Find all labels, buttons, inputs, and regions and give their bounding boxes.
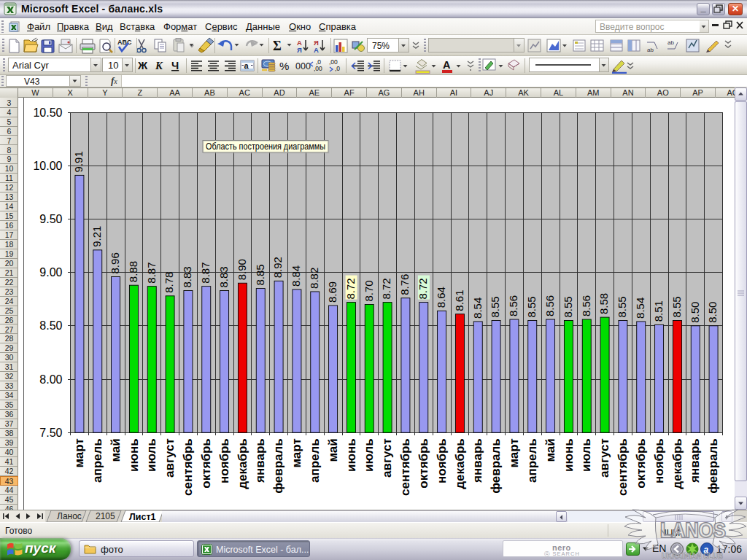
svg-text:8.88: 8.88 xyxy=(127,261,139,282)
svg-text:август: август xyxy=(597,438,611,478)
svg-text:8.72: 8.72 xyxy=(380,278,392,299)
svg-text:8.50: 8.50 xyxy=(689,302,701,323)
svg-text:Ж: Ж xyxy=(137,60,148,71)
svg-text:8.83: 8.83 xyxy=(217,266,230,287)
svg-text:октябрь: октябрь xyxy=(417,438,430,488)
svg-text:сентябрь: сентябрь xyxy=(398,438,412,496)
svg-text:8.55: 8.55 xyxy=(616,296,628,317)
svg-text:февраль: февраль xyxy=(489,438,503,494)
svg-text:февраль: февраль xyxy=(271,438,285,494)
svg-text:сентябрь: сентябрь xyxy=(616,438,630,496)
svg-text:10.50: 10.50 xyxy=(33,106,62,119)
svg-text:ноябрь: ноябрь xyxy=(652,438,666,483)
svg-text:сентябрь: сентябрь xyxy=(181,438,195,496)
svg-text:8.61: 8.61 xyxy=(453,289,465,311)
svg-text:8.51: 8.51 xyxy=(652,300,665,322)
svg-text:8.55: 8.55 xyxy=(670,296,683,317)
svg-text:9.50: 9.50 xyxy=(39,213,62,225)
svg-text:январь: январь xyxy=(253,438,267,483)
svg-text:апрель: апрель xyxy=(90,438,104,483)
svg-text:9.21: 9.21 xyxy=(90,226,103,247)
svg-text:9.91: 9.91 xyxy=(72,151,85,172)
svg-text:8.56: 8.56 xyxy=(507,295,519,316)
svg-text:8.50: 8.50 xyxy=(39,319,62,332)
svg-text:8.55: 8.55 xyxy=(525,296,538,317)
svg-text:март: март xyxy=(507,438,521,467)
svg-text:август: август xyxy=(380,438,394,478)
svg-text:8.87: 8.87 xyxy=(145,262,158,283)
svg-text:a: a xyxy=(244,61,249,70)
svg-text:А: А xyxy=(314,46,319,54)
svg-text:ноябрь: ноябрь xyxy=(435,438,449,483)
svg-text:июнь: июнь xyxy=(127,438,141,472)
svg-text:8.84: 8.84 xyxy=(290,265,302,287)
svg-text:декабрь: декабрь xyxy=(236,438,249,489)
svg-text:8.72: 8.72 xyxy=(344,278,357,299)
svg-text:Область построения диаграммы: Область построения диаграммы xyxy=(206,141,325,152)
svg-text:8.50: 8.50 xyxy=(706,302,719,323)
svg-text:7.50: 7.50 xyxy=(39,427,62,439)
svg-text:Лист1: Лист1 xyxy=(129,512,156,522)
svg-text:декабрь: декабрь xyxy=(670,438,684,489)
svg-text:февраль: февраль xyxy=(706,438,720,494)
svg-text:8.96: 8.96 xyxy=(109,252,121,273)
svg-text:июнь: июнь xyxy=(344,438,358,472)
svg-text:8.54: 8.54 xyxy=(471,298,484,319)
svg-text:8.76: 8.76 xyxy=(398,274,411,295)
svg-text:8.55: 8.55 xyxy=(489,296,501,317)
svg-text:Ч: Ч xyxy=(171,60,179,71)
svg-text:июль: июль xyxy=(362,438,376,472)
svg-text:апрель: апрель xyxy=(525,438,539,483)
svg-text:A: A xyxy=(443,59,451,71)
svg-text:UKRAINIAN CLUB: UKRAINIAN CLUB xyxy=(662,551,723,560)
svg-text:8.90: 8.90 xyxy=(236,259,248,280)
svg-text:октябрь: октябрь xyxy=(199,438,213,488)
svg-text:8.78: 8.78 xyxy=(163,272,175,293)
svg-text:,0: ,0 xyxy=(335,65,340,72)
svg-text:8.58: 8.58 xyxy=(597,293,610,314)
svg-text:%: % xyxy=(279,60,289,72)
svg-text:8.92: 8.92 xyxy=(271,257,284,278)
svg-text:март: март xyxy=(72,438,86,467)
svg-text:декабрь: декабрь xyxy=(453,438,467,489)
svg-text:Я: Я xyxy=(297,46,302,54)
svg-text:Ланос: Ланос xyxy=(57,511,82,521)
svg-text:Σ: Σ xyxy=(273,39,282,53)
svg-text:июль: июль xyxy=(144,438,158,472)
svg-text:октябрь: октябрь xyxy=(634,438,648,488)
svg-text:8.87: 8.87 xyxy=(199,262,212,283)
svg-text:000: 000 xyxy=(295,61,311,71)
svg-text:8.56: 8.56 xyxy=(580,295,592,316)
svg-text:ab: ab xyxy=(647,47,654,53)
svg-text:8.64: 8.64 xyxy=(435,287,447,308)
svg-text:ноябрь: ноябрь xyxy=(217,438,231,483)
svg-text:9.00: 9.00 xyxy=(39,266,62,279)
svg-text:май: май xyxy=(543,438,557,462)
svg-text:апрель: апрель xyxy=(308,438,322,483)
svg-text:август: август xyxy=(163,438,177,478)
svg-text:май: май xyxy=(109,438,123,462)
svg-text:К: К xyxy=(155,60,163,71)
svg-text:8.00: 8.00 xyxy=(39,373,62,386)
svg-text:8.54: 8.54 xyxy=(634,298,646,319)
svg-text:,00: ,00 xyxy=(314,65,322,72)
svg-text:10.00: 10.00 xyxy=(33,160,62,172)
svg-text:ab: ab xyxy=(667,39,674,46)
svg-text:8.70: 8.70 xyxy=(363,280,375,301)
svg-text:май: май xyxy=(326,438,340,462)
svg-text:8.55: 8.55 xyxy=(562,296,574,317)
svg-text:март: март xyxy=(290,438,303,467)
svg-text:январь: январь xyxy=(688,438,702,483)
svg-text:июль: июль xyxy=(579,438,593,472)
svg-text:8.85: 8.85 xyxy=(254,264,266,285)
svg-text:8.56: 8.56 xyxy=(543,295,556,316)
svg-text:2105: 2105 xyxy=(96,511,115,521)
svg-text:ABC: ABC xyxy=(117,39,132,46)
svg-text:LANOS: LANOS xyxy=(660,518,726,542)
svg-text:8.72: 8.72 xyxy=(417,278,429,299)
svg-text:8.82: 8.82 xyxy=(308,268,320,289)
svg-text:январь: январь xyxy=(471,438,484,483)
svg-text:июнь: июнь xyxy=(562,438,576,472)
svg-text:8.83: 8.83 xyxy=(181,266,193,287)
svg-text:8.69: 8.69 xyxy=(326,281,338,303)
